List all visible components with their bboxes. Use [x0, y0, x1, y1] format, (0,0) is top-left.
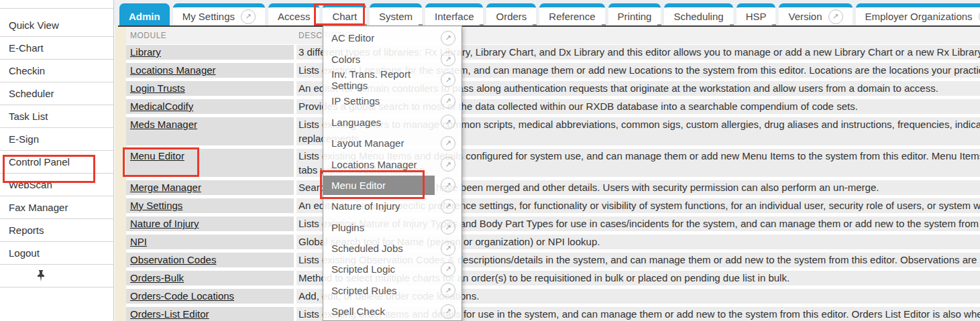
module-link-meds-manager[interactable]: Meds Manager — [130, 119, 197, 130]
module-link-library[interactable]: Library — [130, 46, 161, 58]
sidebar-item-checkin[interactable]: Checkin — [0, 60, 113, 82]
panel-top-border — [118, 25, 980, 27]
sidebar-item-fax-manager[interactable]: Fax Manager — [0, 196, 113, 219]
tab-label: Admin — [129, 11, 160, 22]
module-link-npi[interactable]: NPI — [130, 236, 147, 247]
external-link-icon: ↗ — [441, 178, 455, 192]
module-link-medicalcodify[interactable]: MedicalCodify — [130, 101, 193, 112]
tab-chart[interactable]: Chart — [323, 3, 366, 25]
tab-label: Interface — [435, 11, 474, 22]
external-link-icon: ↗ — [441, 304, 455, 319]
menu-item-ac-editor[interactable]: AC Editor↗ — [323, 27, 461, 48]
module-cell: Meds Manager — [126, 117, 294, 145]
sidebar-item-label: Control Panel — [9, 156, 70, 168]
menu-item-label: AC Editor — [331, 32, 441, 44]
external-link-icon: ↗ — [441, 283, 455, 298]
sidebar-item-e-sign[interactable]: E-Sign — [0, 128, 113, 151]
external-link-icon: ↗ — [441, 72, 455, 87]
sidebar-item-label: E-Sign — [9, 133, 39, 145]
module-link-orders-code-locations[interactable]: Orders-Code Locations — [130, 290, 234, 302]
menu-item-languages[interactable]: Languages↗ — [323, 112, 461, 133]
external-link-icon: ↗ — [441, 136, 455, 151]
tab-label: Chart — [332, 11, 357, 22]
module-link-my-settings[interactable]: My Settings — [130, 200, 182, 211]
sidebar-item-label: Logout — [9, 247, 40, 259]
module-link-menu-editor[interactable]: Menu Editor — [130, 150, 184, 162]
table-row: Orders-Code LocationsAdd, edit, or delet… — [126, 289, 980, 304]
module-column-header: MODULE — [126, 31, 296, 40]
external-link-icon: ↗ — [241, 9, 256, 24]
tab-label: Version — [788, 11, 822, 22]
menu-item-label: Scripted Logic — [331, 263, 441, 275]
module-cell: Orders-Bulk — [126, 271, 294, 285]
module-cell: Orders-Code Locations — [126, 289, 294, 304]
menu-item-layout-manager[interactable]: Layout Manager↗ — [323, 133, 461, 153]
tab-label: Employer Organizations — [865, 11, 973, 22]
menu-item-scripted-rules[interactable]: Scripted Rules↗ — [323, 280, 461, 301]
sidebar-item-quick-view[interactable]: Quick View — [0, 14, 113, 37]
sidebar-item-control-panel[interactable]: Control Panel — [0, 151, 113, 174]
module-cell: MedicalCodify — [126, 99, 294, 114]
tab-label: Access — [278, 11, 310, 22]
tab-access[interactable]: Access — [268, 3, 319, 25]
tab-reference[interactable]: Reference — [539, 3, 604, 25]
tab-system[interactable]: System — [370, 3, 422, 25]
sidebar-item-e-chart[interactable]: E-Chart — [0, 37, 113, 60]
sidebar-item-label: Quick View — [9, 19, 59, 31]
external-link-icon: ↗ — [441, 31, 455, 46]
module-link-orders-list-editor[interactable]: Orders-List Editor — [130, 308, 209, 320]
tab-printing[interactable]: Printing — [608, 3, 661, 25]
external-link-icon: ↗ — [441, 241, 455, 256]
table-row: MedicalCodifyProvides a global search to… — [126, 99, 980, 114]
tab-label: Printing — [618, 11, 652, 22]
tab-bar: AdminMy Settings↗AccessChartSystemInterf… — [114, 0, 980, 25]
module-link-nature-of-injury[interactable]: Nature of Injury — [130, 218, 199, 229]
tab-interface[interactable]: Interface — [425, 3, 483, 25]
module-cell: Library — [126, 45, 294, 60]
menu-item-scripted-logic[interactable]: Scripted Logic↗ — [323, 259, 461, 279]
sidebar-item-label: E-Chart — [9, 42, 44, 54]
module-link-observation-codes[interactable]: Observation Codes — [130, 254, 216, 265]
menu-item-spell-check[interactable]: Spell Check↗ — [323, 301, 461, 321]
menu-item-menu-editor[interactable]: Menu Editor↗ — [323, 175, 461, 196]
module-link-merge-manager[interactable]: Merge Manager — [130, 182, 201, 193]
tab-version[interactable]: Version↗ — [779, 3, 852, 25]
sidebar-item-label: Fax Manager — [9, 202, 68, 213]
menu-item-label: Colors — [331, 54, 441, 65]
tab-scheduling[interactable]: Scheduling — [664, 3, 732, 25]
menu-item-colors[interactable]: Colors↗ — [323, 48, 461, 69]
module-cell: NPI — [126, 235, 294, 249]
menu-item-ip-settings[interactable]: IP Settings↗ — [323, 90, 461, 111]
tab-employer-organizations[interactable]: Employer Organizations↗ — [856, 3, 980, 25]
menu-item-plugins[interactable]: Plugins↗ — [323, 217, 461, 238]
external-link-icon: ↗ — [441, 157, 455, 172]
sidebar-item-label: Scheduler — [9, 88, 54, 99]
tab-label: System — [379, 11, 413, 22]
menu-item-locations-manager[interactable]: Locations Manager↗ — [323, 153, 461, 174]
menu-item-label: Scripted Rules — [331, 285, 441, 296]
sidebar-item-reports[interactable]: Reports — [0, 219, 113, 242]
tab-admin[interactable]: Admin — [119, 3, 170, 25]
tab-orders[interactable]: Orders — [486, 3, 536, 25]
sidebar-pin-row[interactable] — [0, 265, 113, 287]
module-link-locations-manager[interactable]: Locations Manager — [130, 64, 216, 76]
sidebar-item-webscan[interactable]: WebScan — [0, 174, 113, 196]
tab-my-settings[interactable]: My Settings↗ — [173, 3, 265, 25]
sidebar-item-logout[interactable]: Logout — [0, 242, 113, 265]
module-link-login-trusts[interactable]: Login Trusts — [130, 82, 185, 94]
sidebar-item-scheduler[interactable]: Scheduler — [0, 82, 113, 105]
module-cell: Locations Manager — [126, 63, 294, 78]
external-link-icon: ↗ — [441, 94, 455, 109]
table-row: Merge ManagerSearch tool to view charts … — [126, 180, 980, 195]
tab-hsp[interactable]: HSP — [737, 3, 776, 25]
menu-item-inv-trans-report-settings[interactable]: Inv. Trans. Report Settings↗ — [323, 70, 461, 90]
menu-item-scheduled-jobs[interactable]: Scheduled Jobs↗ — [323, 238, 461, 259]
menu-item-label: Locations Manager — [331, 159, 441, 170]
menu-item-label: IP Settings — [331, 95, 441, 107]
external-link-icon: ↗ — [441, 199, 455, 214]
menu-item-nature-of-injury[interactable]: Nature of Injury↗ — [323, 196, 461, 216]
module-link-orders-bulk[interactable]: Orders-Bulk — [130, 272, 184, 283]
sidebar-item-label: WebScan — [9, 179, 52, 190]
table-row: NPIGlobal search tool for Name (person o… — [126, 235, 980, 249]
sidebar-item-task-list[interactable]: Task List — [0, 105, 113, 128]
